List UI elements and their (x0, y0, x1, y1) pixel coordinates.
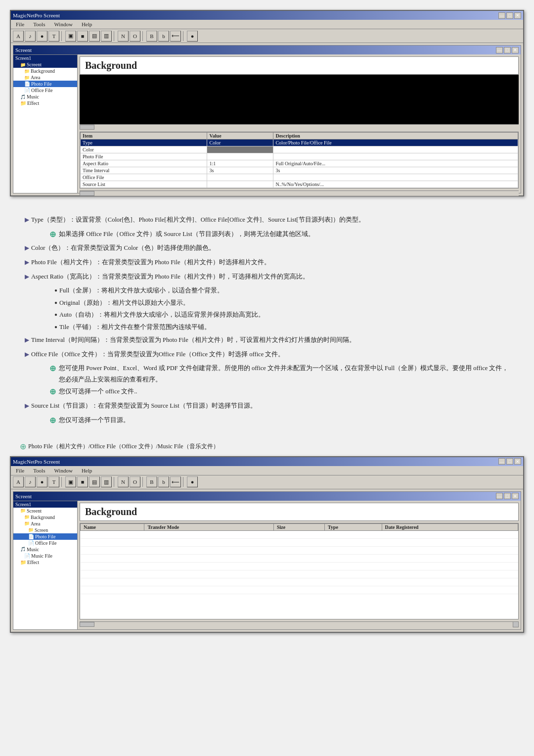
file-row-5[interactable] (81, 562, 518, 570)
desc-section-1: ▶ Type（类型）：设置背景（Color[色]、Photo File[相片文件… (10, 206, 524, 437)
inner-close-1[interactable]: ✕ (512, 47, 519, 53)
props-cell-time-desc: 3s (273, 167, 518, 174)
tb-btn-10[interactable]: O (130, 31, 140, 42)
menu-window-2[interactable]: Window (52, 467, 74, 474)
props-row-aspect[interactable]: Aspect Ratio 1:1 Full Original/Auto/File… (81, 160, 518, 167)
inner-minimize-2[interactable]: — (496, 493, 503, 499)
tb2-btn-11[interactable]: B (146, 476, 157, 487)
menu-help-1[interactable]: Help (80, 21, 94, 28)
desc-type-text: Type（类型）：设置背景（Color[色]、Photo File[相片文件]、… (31, 214, 365, 226)
minimize-btn-1[interactable]: — (498, 12, 505, 19)
tb2-btn-6[interactable]: ■ (77, 476, 88, 487)
inner-maximize-1[interactable]: □ (504, 47, 511, 53)
photo-note-text: Photo File（相片文件）/Office File（Office 文件）/… (28, 442, 219, 451)
tb-btn-3[interactable]: ● (37, 31, 47, 42)
tb-btn-5[interactable]: ▣ (65, 31, 76, 42)
menu-help-2[interactable]: Help (80, 467, 94, 474)
tb-btn-13[interactable]: ⟵ (170, 31, 181, 42)
file-row-1[interactable] (81, 530, 518, 538)
maximize-btn-1[interactable]: □ (506, 12, 513, 19)
tree-item-background[interactable]: 📁 Background (13, 68, 77, 74)
tree-item-area[interactable]: 📁 Area (13, 74, 77, 81)
scrollbar-h-2[interactable] (80, 190, 519, 196)
close-btn-2[interactable]: ✕ (514, 458, 521, 465)
tree-item-music[interactable]: 🎵 Music (13, 94, 77, 100)
tb-btn-11[interactable]: B (146, 31, 157, 42)
scroll-thumb-h-3[interactable] (80, 622, 94, 627)
scroll-thumb-h-1[interactable] (80, 125, 94, 130)
tb2-btn-14[interactable]: ● (187, 476, 198, 487)
tb2-btn-3[interactable]: ● (37, 476, 47, 487)
inner-maximize-2[interactable]: □ (504, 493, 511, 499)
tb-btn-14[interactable]: ● (187, 31, 198, 42)
tb-btn-8[interactable]: ▥ (101, 31, 112, 42)
menu-file-1[interactable]: File (14, 21, 26, 28)
props-row-color[interactable]: Color (81, 146, 518, 153)
file-row-2[interactable] (81, 538, 518, 546)
tb2-btn-2[interactable]: ♪ (25, 476, 36, 487)
tb-btn-2[interactable]: ♪ (25, 31, 36, 42)
tb2-btn-5[interactable]: ▣ (65, 476, 76, 487)
tb2-btn-9[interactable]: N (118, 476, 129, 487)
scrollbar-h-3[interactable] (80, 621, 519, 627)
tree2-office-file[interactable]: 📄 Office File (13, 540, 77, 546)
menu-tools-2[interactable]: Tools (31, 467, 47, 474)
tb-btn-6[interactable]: ■ (77, 31, 88, 42)
note-office-source: ⊕ 如果选择 Office File（Office 文件）或 Source Li… (49, 229, 509, 242)
tb-btn-1[interactable]: A (13, 31, 24, 42)
app-body-2: Screen1 📁 Screent 📁 Background 📁 Area 📁 … (13, 501, 521, 629)
tree-item-screent[interactable]: 📁 Screent (13, 61, 77, 68)
tb2-btn-8[interactable]: ▥ (101, 476, 112, 487)
tree-item-office-file[interactable]: 📄 Office File (13, 87, 77, 94)
tree-item-effect[interactable]: 📁 Effect (13, 100, 77, 106)
tree2-music[interactable]: 🎵 Music (13, 546, 77, 553)
tb2-btn-1[interactable]: A (13, 476, 24, 487)
file-cell-name-1 (81, 530, 144, 538)
file-row-3[interactable] (81, 546, 518, 554)
menu-file-2[interactable]: File (14, 467, 26, 474)
title-bar-1: MagicNetPro Screent — □ ✕ (11, 11, 523, 20)
file-row-7[interactable] (81, 578, 518, 586)
tree2-area[interactable]: 📁 Area (13, 520, 77, 527)
tb-btn-4[interactable]: T (48, 31, 59, 42)
tb2-btn-7[interactable]: ▤ (89, 476, 100, 487)
props-row-time[interactable]: Time Interval 3s 3s (81, 167, 518, 174)
file-row-6[interactable] (81, 570, 518, 578)
tree-item-photo-file-sel[interactable]: 📄 Photo File (13, 81, 77, 87)
props-row-source[interactable]: Source List N..%/No/Yes/Options/... (81, 181, 518, 188)
tb-btn-12[interactable]: b (158, 31, 169, 42)
tb-btn-9[interactable]: N (118, 31, 129, 42)
minimize-btn-2[interactable]: — (498, 458, 505, 465)
props-row-photo[interactable]: Photo File (81, 153, 518, 160)
file-cell-date-1 (382, 530, 518, 538)
tb2-btn-10[interactable]: O (130, 476, 140, 487)
main-area-1: Background Item Value Description (78, 54, 521, 193)
file-cell-type-3 (324, 546, 382, 554)
tree2-screen[interactable]: 📁 Screen (13, 527, 77, 533)
tree2-screent[interactable]: 📁 Screent (13, 508, 77, 514)
scroll-thumb-h-2[interactable] (80, 191, 94, 196)
menu-window-1[interactable]: Window (52, 21, 74, 28)
tree2-music-file[interactable]: 📄 Music File (13, 553, 77, 559)
tb2-btn-13[interactable]: ⟵ (170, 476, 181, 487)
tree2-photo-file[interactable]: 📄 Photo File (13, 533, 77, 540)
file-cell-tm-6 (144, 570, 274, 578)
tree2-label-screent: Screent (27, 508, 42, 514)
file-row-4[interactable] (81, 554, 518, 562)
props-row-office[interactable]: Office File (81, 174, 518, 181)
maximize-btn-2[interactable]: □ (506, 458, 513, 465)
inner-minimize-1[interactable]: — (496, 47, 503, 53)
close-btn-1[interactable]: ✕ (514, 12, 521, 19)
tb2-btn-4[interactable]: T (48, 476, 59, 487)
scrollbar-h-1[interactable] (80, 124, 519, 130)
file-row-8[interactable] (81, 586, 518, 594)
menu-tools-1[interactable]: Tools (31, 21, 47, 28)
tb-btn-7[interactable]: ▤ (89, 31, 100, 42)
tree2-background[interactable]: 📁 Background (13, 514, 77, 520)
inner-close-2[interactable]: ✕ (512, 493, 519, 499)
props-row-type[interactable]: Type Color Color/Photo File/Office File (81, 140, 518, 146)
tb2-btn-12[interactable]: b (158, 476, 169, 487)
desc-color: ▶ Color（色）：在背景类型设置为 Color（色）时选择使用的颜色。 (25, 242, 509, 254)
tree2-effect[interactable]: 📁 Effect (13, 559, 77, 566)
note-text-source: 您仅可选择一个节目源。 (59, 415, 130, 426)
